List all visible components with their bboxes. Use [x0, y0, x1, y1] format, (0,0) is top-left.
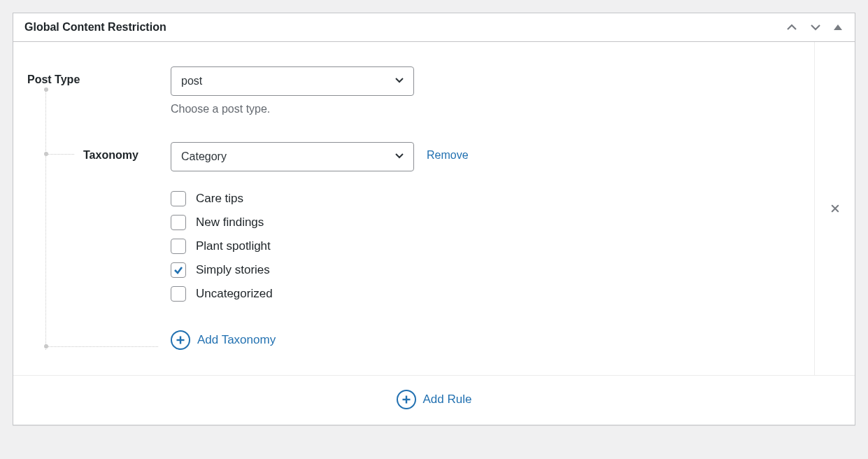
taxonomy-select[interactable]: Category	[171, 142, 414, 171]
term-checkbox[interactable]	[171, 286, 186, 302]
add-taxonomy-button[interactable]: Add Taxonomy	[171, 330, 469, 350]
taxonomy-row: Taxonomy Category Remove	[27, 142, 800, 350]
plus-circle-icon	[171, 330, 190, 350]
taxonomy-remove-col: Remove	[427, 142, 469, 162]
collapse-toggle-button[interactable]	[832, 22, 844, 33]
triangle-up-icon	[832, 22, 844, 33]
tree-connector-dot	[44, 87, 48, 92]
chevron-down-icon	[394, 74, 405, 88]
term-label: Care tips	[196, 192, 243, 206]
tree-connector-horizontal	[46, 346, 158, 347]
taxonomy-term-item: Plant spotlight	[171, 234, 469, 258]
post-type-row: Post Type post Choose a post type.	[27, 66, 800, 138]
taxonomy-label: Taxonomy	[83, 149, 138, 161]
taxonomy-term-item: New findings	[171, 211, 469, 234]
add-rule-footer: Add Rule	[13, 376, 855, 425]
taxonomy-select-value: Category	[181, 150, 227, 163]
rule-main: Post Type post Choose a post type.	[13, 42, 814, 375]
term-label: Uncategorized	[196, 287, 273, 301]
add-taxonomy-label: Add Taxonomy	[197, 333, 276, 347]
post-type-input-col: post Choose a post type.	[171, 66, 414, 138]
taxonomy-term-item: Simply stories	[171, 258, 469, 282]
panel-body: Post Type post Choose a post type.	[13, 42, 855, 425]
move-up-button[interactable]	[785, 20, 799, 34]
add-rule-label: Add Rule	[423, 393, 472, 407]
term-checkbox[interactable]	[171, 262, 186, 278]
global-content-restriction-panel: Global Content Restriction	[13, 13, 855, 425]
term-checkbox[interactable]	[171, 191, 186, 206]
chevron-up-icon	[785, 20, 799, 34]
taxonomy-label-col: Taxonomy	[27, 142, 171, 162]
taxonomy-term-item: Care tips	[171, 187, 469, 211]
post-type-label-col: Post Type	[27, 66, 171, 86]
post-type-select[interactable]: post	[171, 66, 414, 96]
post-type-select-value: post	[181, 75, 202, 87]
plus-circle-icon	[397, 390, 416, 409]
panel-header: Global Content Restriction	[13, 13, 855, 42]
term-checkbox[interactable]	[171, 215, 186, 230]
taxonomy-term-item: Uncategorized	[171, 282, 469, 306]
move-down-button[interactable]	[809, 20, 823, 34]
post-type-label: Post Type	[27, 73, 80, 85]
tree-connector-vertical	[45, 90, 46, 350]
svg-marker-0	[834, 24, 842, 30]
remove-rule-button[interactable]	[824, 197, 846, 220]
tree-connector-horizontal	[46, 154, 74, 155]
rule-close-column	[814, 42, 855, 375]
chevron-down-icon	[394, 150, 405, 164]
close-icon	[828, 202, 842, 216]
term-label: Simply stories	[196, 263, 270, 277]
add-rule-button[interactable]: Add Rule	[397, 390, 472, 409]
panel-title: Global Content Restriction	[24, 21, 166, 34]
term-label: Plant spotlight	[196, 239, 271, 253]
remove-taxonomy-link[interactable]: Remove	[427, 149, 469, 161]
chevron-down-icon	[809, 20, 823, 34]
panel-header-handles	[785, 20, 844, 34]
taxonomy-term-list: Care tips New findings	[171, 187, 469, 306]
taxonomy-input-col: Category Remove	[171, 142, 469, 350]
rule: Post Type post Choose a post type.	[13, 42, 855, 376]
term-checkbox[interactable]	[171, 239, 186, 254]
term-label: New findings	[196, 216, 264, 230]
post-type-helper: Choose a post type.	[171, 103, 414, 115]
